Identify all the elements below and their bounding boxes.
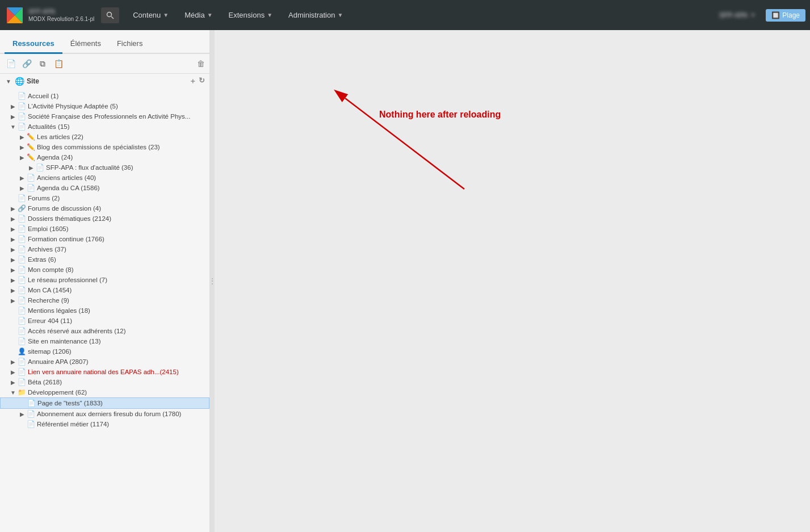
file-icon[interactable]: 📋	[52, 57, 65, 70]
tree-page-icon: 📄	[17, 286, 26, 294]
tree-toggle-icon[interactable]: ▶	[9, 216, 17, 222]
tree-toggle-icon[interactable]: ▶	[9, 226, 17, 232]
tree-item[interactable]: ▼📄Actualités (15)	[0, 122, 209, 132]
tree-toggle-icon[interactable]: ▶	[9, 369, 17, 375]
new-doc-icon[interactable]: 📄	[5, 57, 17, 70]
tree-page-icon: 📄	[17, 378, 26, 386]
tree-item-label: Mentions légales (18)	[28, 307, 90, 314]
tree-item[interactable]: 📄Accueil (1)	[0, 91, 209, 101]
tree-item[interactable]: ▶✏️Agenda (24)	[0, 152, 209, 162]
tree-item[interactable]: 📄Référentiel métier (1174)	[0, 419, 209, 429]
tree-toggle-icon[interactable]: ▶	[18, 175, 26, 181]
tree-item[interactable]: ▶✏️Les articles (22)	[0, 132, 209, 142]
tree-item[interactable]: ▶📄Anciens articles (40)	[0, 173, 209, 183]
tree-item[interactable]: ▶📄Mon CA (1454)	[0, 285, 209, 295]
tree-toggle-icon[interactable]: ▼	[9, 389, 17, 396]
tree-toggle-icon[interactable]: ▶	[9, 246, 17, 253]
sidebar-tree[interactable]: 📄Accueil (1)▶📄L'Activité Physique Adapté…	[0, 89, 209, 532]
tree-toggle-icon[interactable]: ▶	[18, 154, 26, 161]
tree-toggle-icon[interactable]: ▶	[9, 267, 17, 273]
tree-item[interactable]: ▶📄Emploi (1605)	[0, 224, 209, 234]
tree-toggle-icon[interactable]: ▶	[18, 144, 26, 150]
tree-toggle-icon[interactable]: ▶	[18, 134, 26, 140]
sidebar-tabs: Ressources Éléments Fichiers	[0, 30, 209, 54]
tree-item-label: Mon compte (8)	[28, 266, 74, 273]
administration-arrow-icon: ▼	[337, 12, 343, 18]
nav-page-button[interactable]: 🔲 Plage	[766, 9, 805, 22]
refresh-icon[interactable]: ↻	[199, 76, 205, 86]
tree-item[interactable]: ▶🔗Forums de discussion (4)	[0, 203, 209, 213]
tree-toggle-icon[interactable]: ▶	[9, 379, 17, 386]
tree-item-label: SFP-APA : flux d'actualité (36)	[46, 164, 133, 171]
tree-item[interactable]: ▶📄Abonnement aux derniers firesub du for…	[0, 409, 209, 419]
tree-toggle-icon[interactable]: ▶	[9, 206, 17, 212]
tree-toggle-icon[interactable]: ▶	[9, 277, 17, 283]
tree-item[interactable]: 📄Accès réservé aux adhérents (12)	[0, 326, 209, 336]
tree-item[interactable]: ▼📁Développement (62)	[0, 387, 209, 397]
tree-toggle-icon[interactable]: ▶	[18, 411, 26, 417]
tree-root-toggle[interactable]: ▼	[5, 78, 12, 85]
link-icon[interactable]: 🔗	[20, 57, 33, 70]
tree-item[interactable]: 📄Page de "tests" (1833)	[0, 397, 209, 409]
tree-item[interactable]: ▶📄Lien vers annuaire national des EAPAS …	[0, 367, 209, 377]
tree-toggle-icon[interactable]: ▶	[27, 165, 35, 171]
tree-item[interactable]: ▶📄Le réseau professionnel (7)	[0, 275, 209, 285]
tree-toggle-icon[interactable]: ▶	[9, 359, 17, 365]
tree-item[interactable]: ▶✏️Blog des commissions de spécialistes …	[0, 142, 209, 152]
tree-item-label: Forums de discussion (4)	[28, 205, 101, 212]
nav-media[interactable]: Média ▼	[178, 7, 219, 23]
tree-toggle-icon[interactable]: ▶	[9, 298, 17, 304]
tree-item[interactable]: ▶📄SFP-APA : flux d'actualité (36)	[0, 162, 209, 173]
copy-icon[interactable]: ⧉	[36, 57, 49, 70]
tree-page-icon: 📄	[17, 123, 26, 131]
tab-elements[interactable]: Éléments	[62, 35, 109, 54]
tree-item[interactable]: ▶📄Béta (2618)	[0, 377, 209, 387]
tree-item[interactable]: ▶📄Archives (37)	[0, 244, 209, 254]
tree-toggle-icon[interactable]: ▶	[9, 114, 17, 120]
tree-item-label: L'Activité Physique Adaptée (5)	[28, 103, 118, 110]
nav-user-name[interactable]: SFP-APA ▼	[714, 9, 761, 22]
tree-item[interactable]: 👤sitemap (1206)	[0, 346, 209, 357]
logo-text: SFP-APA MODX Revolution 2.6.1-pl	[28, 7, 94, 23]
tree-page-icon: 📄	[17, 194, 26, 202]
nav-contenu[interactable]: Contenu ▼	[126, 7, 175, 23]
tree-item-label: Formation continue (1766)	[28, 236, 104, 242]
tree-item[interactable]: 📄Forums (2)	[0, 193, 209, 203]
tree-item[interactable]: ▶📄Mon compte (8)	[0, 265, 209, 275]
tree-item[interactable]: ▶📄Dossiers thématiques (2124)	[0, 213, 209, 224]
tree-toggle-icon[interactable]: ▶	[9, 287, 17, 294]
tree-item[interactable]: ▶📄Société Française des Professionnels e…	[0, 111, 209, 122]
tree-item-label: Accueil (1)	[28, 93, 58, 99]
search-button[interactable]	[101, 7, 119, 23]
tree-item[interactable]: ▶📄Recherche (9)	[0, 295, 209, 305]
tab-ressources[interactable]: Ressources	[5, 35, 62, 54]
section-actions: ＋ ↻	[189, 76, 205, 86]
tree-item[interactable]: ▶📄Formation continue (1766)	[0, 234, 209, 244]
sidebar-resizer[interactable]	[210, 30, 215, 532]
tree-item-label: Page de "tests" (1833)	[37, 400, 103, 407]
tree-item[interactable]: ▶📄Agenda du CA (1586)	[0, 183, 209, 193]
nav-extensions[interactable]: Extensions ▼	[222, 7, 280, 23]
tree-toggle-icon[interactable]: ▶	[18, 185, 26, 191]
tree-toggle-icon[interactable]: ▶	[9, 236, 17, 242]
tab-fichiers[interactable]: Fichiers	[109, 35, 151, 54]
tree-toggle-icon[interactable]: ▶	[9, 103, 17, 110]
tree-item-label: Mon CA (1454)	[28, 287, 72, 294]
nav-administration[interactable]: Administration ▼	[282, 7, 350, 23]
tree-item-label: Site en maintenance (13)	[28, 338, 101, 345]
trash-icon[interactable]: 🗑	[197, 59, 205, 68]
tree-item-label: Les articles (22)	[37, 133, 83, 140]
tree-item-label: Béta (2618)	[28, 379, 62, 386]
tree-item[interactable]: ▶📄Annuaire APA (2807)	[0, 357, 209, 367]
logo: SFP-APA MODX Revolution 2.6.1-pl	[5, 5, 94, 26]
add-icon[interactable]: ＋	[189, 76, 196, 86]
tree-item[interactable]: ▶📄Extras (6)	[0, 254, 209, 265]
tree-item[interactable]: 📄Erreur 404 (11)	[0, 316, 209, 326]
tree-toggle-icon[interactable]: ▼	[9, 124, 17, 130]
tree-item[interactable]: ▶📄L'Activité Physique Adaptée (5)	[0, 101, 209, 111]
annotation-arrow	[328, 87, 470, 200]
tree-item[interactable]: 📄Mentions légales (18)	[0, 305, 209, 316]
tree-page-icon: 📄	[17, 92, 26, 100]
tree-item[interactable]: 📄Site en maintenance (13)	[0, 336, 209, 346]
tree-toggle-icon[interactable]: ▶	[9, 257, 17, 263]
